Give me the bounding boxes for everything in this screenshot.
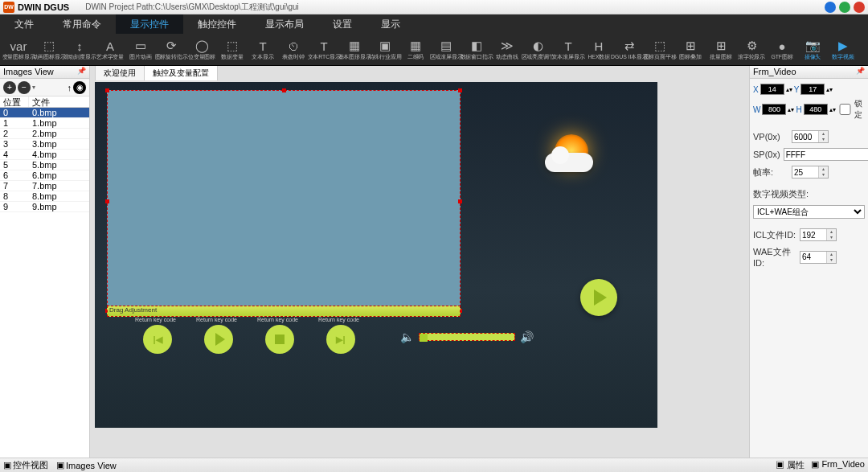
menu-1[interactable]: 常用命令 bbox=[48, 14, 116, 34]
next-button[interactable]: Return key code▶| bbox=[326, 325, 355, 354]
tool-11[interactable]: ▦基本图形显示 bbox=[339, 35, 370, 65]
tool-27[interactable]: ▶数字视频 bbox=[828, 35, 858, 65]
sun-graphic bbox=[545, 130, 601, 179]
menu-4[interactable]: 显示布局 bbox=[251, 14, 318, 34]
image-row[interactable]: 55.bmp bbox=[0, 160, 89, 170]
image-row[interactable]: 44.bmp bbox=[0, 150, 89, 160]
col-position: 位置 bbox=[0, 96, 29, 107]
tool-14[interactable]: ▤区域滚屏显示 bbox=[431, 35, 461, 65]
tool-24[interactable]: ⚙滚字轮显示 bbox=[736, 35, 767, 65]
tool-2[interactable]: ↕滑动刻度显示 bbox=[64, 35, 95, 65]
images-panel-header: Images View 📌 bbox=[0, 66, 89, 79]
image-row[interactable]: 77.bmp bbox=[0, 181, 89, 191]
play-button[interactable]: Return key code bbox=[204, 325, 233, 354]
tool-15[interactable]: ◧数据窗口指示 bbox=[461, 35, 492, 65]
tool-0[interactable]: var变量图标显示 bbox=[3, 35, 34, 65]
image-row[interactable]: 22.bmp bbox=[0, 129, 89, 139]
prev-button[interactable]: Return key code|◀ bbox=[143, 325, 172, 354]
handle-e[interactable] bbox=[458, 199, 462, 203]
wae-input[interactable] bbox=[800, 252, 826, 263]
image-row[interactable]: 66.bmp bbox=[0, 170, 89, 181]
tool-8[interactable]: T文本显示 bbox=[248, 35, 278, 65]
menu-3[interactable]: 触控控件 bbox=[183, 14, 251, 34]
fps-input[interactable] bbox=[792, 166, 818, 178]
status-left-2[interactable]: ▣ Images View bbox=[56, 460, 117, 470]
tool-16[interactable]: ≫动态曲线 bbox=[492, 35, 522, 65]
tool-10[interactable]: T文本RTC显示 bbox=[309, 35, 339, 65]
menu-5[interactable]: 设置 bbox=[318, 14, 366, 34]
tool-3[interactable]: A艺术字变量 bbox=[95, 35, 125, 65]
status-right-2[interactable]: ▣ Frm_Video bbox=[811, 459, 865, 471]
tab-config[interactable]: 触控及变量配置 bbox=[144, 66, 218, 80]
pin-icon[interactable]: 📌 bbox=[856, 67, 865, 77]
remove-image-button[interactable]: − bbox=[18, 81, 31, 94]
close-icon[interactable] bbox=[854, 2, 865, 13]
w-input[interactable] bbox=[762, 104, 786, 115]
image-row[interactable]: 88.bmp bbox=[0, 191, 89, 202]
fps-label: 帧率: bbox=[753, 166, 788, 179]
play-big-button[interactable] bbox=[580, 279, 617, 316]
speaker-high-icon[interactable]: 🔊 bbox=[520, 330, 534, 343]
h-input[interactable] bbox=[804, 104, 828, 115]
wh-row: W▴▾ H▴▾ 锁定 bbox=[753, 98, 865, 121]
icl-input[interactable] bbox=[800, 229, 826, 240]
vp-input[interactable] bbox=[792, 131, 818, 142]
sp-input[interactable] bbox=[784, 148, 868, 161]
tool-25[interactable]: ●GTF图标 bbox=[767, 35, 797, 65]
minimize-icon[interactable] bbox=[825, 2, 836, 13]
image-row[interactable]: 99.bmp bbox=[0, 202, 89, 212]
dropdown-icon[interactable]: ▾ bbox=[32, 84, 35, 91]
speaker-low-icon[interactable]: 🔈 bbox=[400, 330, 414, 343]
tool-22[interactable]: ⊞图标叠加 bbox=[675, 35, 706, 65]
tool-26[interactable]: 📷摄像头 bbox=[797, 35, 828, 65]
drag-adjustment-bar[interactable]: Drag Adjustment bbox=[107, 306, 461, 317]
tool-17[interactable]: ◐区域亮度调节 bbox=[522, 35, 553, 65]
pin-icon[interactable]: 📌 bbox=[77, 67, 86, 77]
tool-21[interactable]: ⬚图标页面平移 bbox=[645, 35, 675, 65]
x-input[interactable] bbox=[760, 84, 784, 95]
app-name: DWIN DGUS bbox=[18, 2, 69, 12]
btn-lbl: Return key code bbox=[318, 317, 359, 322]
maximize-icon[interactable] bbox=[839, 2, 850, 13]
menu-0[interactable]: 文件 bbox=[0, 14, 48, 34]
add-image-button[interactable]: + bbox=[3, 81, 16, 94]
volume-knob[interactable] bbox=[420, 334, 428, 342]
tool-9[interactable]: ⏲表盘时钟 bbox=[278, 35, 309, 65]
tool-13[interactable]: ▦二维码 bbox=[400, 35, 431, 65]
type-select[interactable]: ICL+WAE组合 bbox=[753, 205, 865, 219]
tool-19[interactable]: HHEX数据 bbox=[583, 35, 614, 65]
y-label: Y bbox=[794, 85, 800, 94]
stop-button[interactable]: Return key code bbox=[265, 325, 294, 354]
image-row[interactable]: 00.bmp bbox=[0, 108, 89, 118]
tool-6[interactable]: ◯位变量图标 bbox=[186, 35, 217, 65]
menu-6[interactable]: 显示 bbox=[366, 14, 415, 34]
menu-2[interactable]: 显示控件 bbox=[116, 14, 183, 34]
status-left-1[interactable]: ▣ 控件视图 bbox=[3, 459, 48, 471]
canvas-area: 欢迎使用 触控及变量配置 Drag Adjustment Return key bbox=[90, 66, 749, 458]
h-label: H bbox=[796, 105, 801, 114]
handle-ne[interactable] bbox=[458, 88, 462, 92]
image-row[interactable]: 33.bmp bbox=[0, 139, 89, 150]
video-widget[interactable] bbox=[107, 90, 461, 311]
image-row[interactable]: 11.bmp bbox=[0, 118, 89, 129]
tool-5[interactable]: ⟳图标旋转指示 bbox=[156, 35, 186, 65]
preview-icon[interactable]: ◉ bbox=[73, 81, 86, 94]
volume-slider[interactable] bbox=[419, 333, 515, 341]
tool-20[interactable]: ⇄DGUS II本显示 bbox=[614, 35, 645, 65]
design-canvas[interactable]: Drag Adjustment Return key code|◀ Return… bbox=[95, 82, 657, 428]
tool-23[interactable]: ⊞批量图标 bbox=[706, 35, 736, 65]
handle-nw[interactable] bbox=[105, 88, 109, 92]
handle-w[interactable] bbox=[105, 199, 109, 203]
tool-1[interactable]: ⬚动画图标显示 bbox=[34, 35, 64, 65]
up-icon[interactable]: ↑ bbox=[68, 83, 72, 92]
tab-welcome[interactable]: 欢迎使用 bbox=[95, 66, 145, 80]
y-input[interactable] bbox=[800, 84, 825, 95]
tool-7[interactable]: ⬚数据变量 bbox=[217, 35, 248, 65]
tool-12[interactable]: ▣特殊行业应用 bbox=[370, 35, 400, 65]
images-panel-tools: + − ▾ ↑ ◉ bbox=[0, 79, 89, 96]
tool-18[interactable]: T文本滚屏显示 bbox=[553, 35, 583, 65]
status-right-1[interactable]: ▣ 属性 bbox=[776, 459, 805, 471]
tool-4[interactable]: ▭图片动画 bbox=[125, 35, 156, 65]
lock-checkbox[interactable] bbox=[837, 104, 853, 115]
handle-n[interactable] bbox=[282, 88, 286, 92]
